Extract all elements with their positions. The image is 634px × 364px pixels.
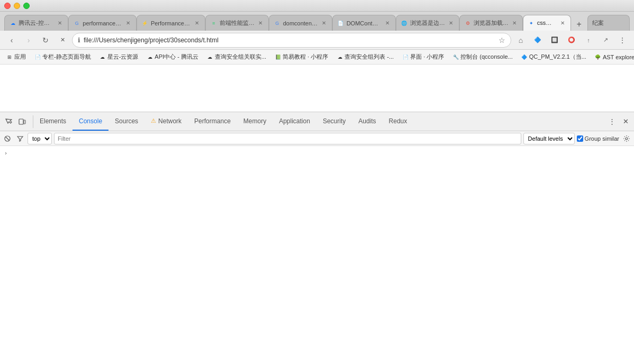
devtools-tab-security[interactable]: Security <box>316 112 352 131</box>
devtools-right-icons: ⋮ ✕ <box>601 115 632 128</box>
tab-perf1[interactable]: G performance.t... ✕ <box>68 15 137 31</box>
svg-rect-0 <box>19 119 23 124</box>
bookmark-tutorial[interactable]: 📗 简易教程 · 小程序 <box>273 52 330 62</box>
tab-label-extra: 纪案 <box>592 19 625 27</box>
bookmark-label-qcpm: QC_PM_V2.2.1（当... <box>529 53 586 61</box>
bookmark-favicon-static: 📄 <box>34 54 41 60</box>
tab-perf2[interactable]: ⚡ Performance.t... ✕ <box>137 15 205 31</box>
tab-domcontent2[interactable]: 📄 DOMContentL... ✕ <box>332 15 396 31</box>
forward-button[interactable]: › <box>21 33 36 48</box>
devtools-close-button[interactable]: ✕ <box>619 115 632 128</box>
tab-browser1[interactable]: 🌐 浏览器是边解析... ✕ <box>396 15 459 31</box>
tab-favicon-domcontent2: 📄 <box>337 20 345 27</box>
bookmark-apps[interactable]: ⊞ 应用 <box>4 52 28 62</box>
bookmark-favicon-cloud: ☁ <box>99 54 106 60</box>
devtools-tab-redux[interactable]: Redux <box>383 112 414 131</box>
address-bar[interactable] <box>84 37 495 44</box>
group-similar-label[interactable]: Group similar <box>577 135 619 142</box>
maximize-button[interactable] <box>23 3 30 9</box>
console-filter-button[interactable] <box>15 133 25 144</box>
devtools-tab-application[interactable]: Application <box>273 112 316 131</box>
filter-input[interactable] <box>54 133 521 144</box>
bookmark-qcconsole[interactable]: 🔧 控制台 (qcconsole... <box>450 52 514 62</box>
stop-button[interactable]: ✕ <box>55 33 70 48</box>
tab-close-domcontent2[interactable]: ✕ <box>384 20 391 27</box>
tab-close-perf2[interactable]: ✕ <box>193 20 201 27</box>
tab-tencent[interactable]: ☁ 腾讯云-控制台 ✕ <box>4 15 68 31</box>
devtools-tab-audits[interactable]: Audits <box>352 112 382 131</box>
ext5-button[interactable]: ↗ <box>598 33 613 48</box>
tab-monitor[interactable]: ≡ 前端性能监控... ✕ <box>205 15 269 31</box>
context-select[interactable]: top <box>28 133 52 144</box>
tab-favicon-browser1: 🌐 <box>401 20 408 27</box>
address-bar-container[interactable]: ℹ ☆ <box>72 33 511 48</box>
devtools-more-button[interactable]: ⋮ <box>605 115 618 128</box>
tab-extra[interactable]: 纪案 <box>587 15 630 31</box>
minimize-button[interactable] <box>14 3 20 9</box>
ext4-button[interactable]: ↑ <box>581 33 596 48</box>
devtools-tab-elements[interactable]: Elements <box>33 112 73 131</box>
devtools-select-element-button[interactable] <box>2 115 15 128</box>
tab-close-browser1[interactable]: ✕ <box>447 20 455 27</box>
tab-close-tencent[interactable]: ✕ <box>56 20 64 27</box>
console-prompt-arrow[interactable]: › <box>4 150 7 156</box>
console-clear-button[interactable] <box>2 133 13 144</box>
bookmark-favicon-seclist: ☁ <box>337 54 343 60</box>
tab-close-monitor[interactable]: ✕ <box>257 20 264 27</box>
reload-button[interactable]: ↻ <box>38 33 53 48</box>
ext1-button[interactable]: 🔷 <box>530 33 545 48</box>
tab-label-perf1: performance.t... <box>83 20 122 26</box>
tab-label-domcontent1: domcontentloa... <box>283 20 318 26</box>
bookmark-favicon-ast: 🌳 <box>595 54 601 60</box>
devtools-tab-memory[interactable]: Memory <box>237 112 273 131</box>
bookmark-ast[interactable]: 🌳 AST explorer <box>593 53 634 61</box>
tab-domcontent1[interactable]: G domcontentloa... ✕ <box>269 15 332 31</box>
devtools-tab-performance[interactable]: Performance <box>188 112 237 131</box>
tab-favicon-browser2: ⚙ <box>464 20 472 27</box>
tab-label-perf2: Performance.t... <box>151 20 191 26</box>
bookmark-label-static: 专栏-静态页面导航 <box>42 53 91 61</box>
tab-label-browser2: 浏览器加载、解... <box>474 19 509 27</box>
tab-close-browser2[interactable]: ✕ <box>511 20 518 27</box>
home-button[interactable]: ⌂ <box>513 33 528 48</box>
bookmark-secgroup[interactable]: ☁ 查询安全组关联实... <box>205 52 268 62</box>
devtools-tab-sources[interactable]: Sources <box>108 112 144 131</box>
security-icon: ℹ <box>78 37 80 44</box>
console-settings-button[interactable] <box>621 133 632 144</box>
bookmark-qcpm[interactable]: 🔷 QC_PM_V2.2.1（当... <box>519 52 588 62</box>
toolbar: ‹ › ↻ ✕ ℹ ☆ ⌂ 🔷 🔲 ⭕ ↑ ↗ ⋮ <box>0 31 634 50</box>
tab-close-css[interactable]: ✕ <box>559 20 566 27</box>
back-button[interactable]: ‹ <box>4 33 19 48</box>
bookmark-label-ast: AST explorer <box>603 54 634 60</box>
tab-label-monitor: 前端性能监控... <box>220 19 255 27</box>
devtools-tab-console[interactable]: Console <box>73 112 108 131</box>
new-tab-button[interactable]: + <box>573 18 585 31</box>
bookmark-favicon-secgroup: ☁ <box>207 54 213 60</box>
tab-browser2[interactable]: ⚙ 浏览器加载、解... ✕ <box>459 15 523 31</box>
tab-css[interactable]: ✦ css阻塞 ✕ <box>523 15 571 31</box>
tab-close-perf1[interactable]: ✕ <box>124 20 132 27</box>
tab-close-domcontent1[interactable]: ✕ <box>320 20 328 27</box>
devtools-device-button[interactable] <box>16 115 29 128</box>
title-bar <box>0 0 634 12</box>
ext2-button[interactable]: 🔲 <box>547 33 562 48</box>
ext3-button[interactable]: ⭕ <box>564 33 579 48</box>
bookmark-static[interactable]: 📄 专栏-静态页面导航 <box>32 52 93 62</box>
bookmark-favicon-qcconsole: 🔧 <box>452 54 459 60</box>
group-similar-text: Group similar <box>585 135 619 142</box>
devtools-tab-network[interactable]: ⚠ Network <box>144 112 188 131</box>
bookmarks-bar: ⊞ 应用 📄 专栏-静态页面导航 ☁ 星云-云资源 ☁ API中心 - 腾讯云 … <box>0 50 634 65</box>
devtools-panel: Elements Console Sources ⚠ Network Perfo… <box>0 112 634 364</box>
levels-select[interactable]: Default levels <box>523 133 575 144</box>
close-button[interactable] <box>4 3 11 9</box>
warning-icon: ⚠ <box>151 117 156 124</box>
bookmark-api[interactable]: ☁ API中心 - 腾讯云 <box>144 52 201 62</box>
group-similar-checkbox[interactable] <box>577 135 583 142</box>
star-icon[interactable]: ☆ <box>499 36 505 44</box>
devtools-left-icons <box>2 115 33 128</box>
bookmark-seclist[interactable]: ☁ 查询安全组列表 -... <box>334 52 396 62</box>
bookmark-miniapp[interactable]: 📄 界面 · 小程序 <box>400 52 446 62</box>
tab-favicon-tencent: ☁ <box>9 20 16 27</box>
bookmark-cloud[interactable]: ☁ 星云-云资源 <box>97 52 141 62</box>
menu-button[interactable]: ⋮ <box>615 33 630 48</box>
